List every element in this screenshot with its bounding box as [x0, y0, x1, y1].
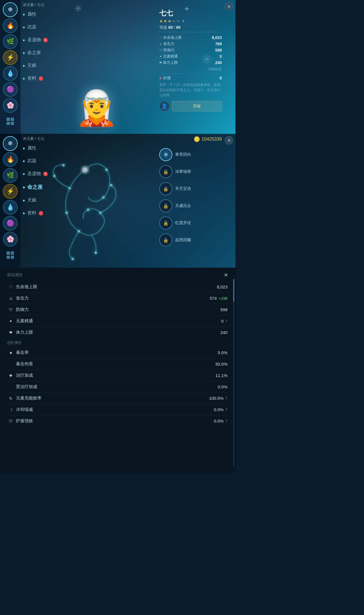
heart-icon: ♥ [159, 76, 162, 80]
avatar-2-p2[interactable]: 🔥 [3, 152, 18, 167]
breadcrumb-p2: 冰元素 / 七七 [23, 136, 44, 141]
svg-point-10 [110, 184, 112, 186]
constellation-art [23, 145, 147, 262]
level-current: 60 [167, 25, 173, 30]
grid-cell [11, 122, 14, 125]
avatar-icon-5: 💧 [7, 70, 14, 77]
atk-label-p3: 攻击力 [16, 296, 29, 301]
all-characters-button[interactable] [5, 116, 15, 126]
hp-base-p3: 8,023 [217, 284, 228, 289]
close-button-panel2[interactable]: ✕ [225, 136, 233, 145]
svg-point-4 [87, 208, 89, 211]
svg-point-7 [105, 169, 108, 171]
scrollbar-thumb[interactable] [233, 279, 234, 302]
all-characters-button-p2[interactable] [5, 250, 15, 260]
char-description: 苔庐「不卜庐」的采药姑娘兼学徒。面色苍白如纸的不死之人。话很少，也没有什么表情。 [159, 82, 222, 98]
energy-label: 元素充能效率 [16, 395, 42, 401]
detail-link[interactable]: 详细信息 [159, 67, 222, 72]
cd-help-icon[interactable]: ? [225, 407, 228, 412]
svg-point-1 [69, 187, 71, 190]
skill-circle-3[interactable]: 🔒 [159, 182, 172, 195]
def-base-p3: 598 [220, 307, 228, 312]
left-nav: 属性 武器 圣遗物 5 命之座 天赋 资料 ! [23, 11, 48, 81]
avatar-7[interactable]: 🌸 [3, 98, 18, 113]
shield-base: 0.0% [214, 419, 224, 423]
skill-circle-4[interactable]: 🔒 [159, 199, 172, 212]
nav-profile[interactable]: 资料 ! [23, 75, 48, 81]
skill-item-2[interactable]: 🔒 冰寒蚀骨 [159, 165, 222, 178]
shield-help-icon[interactable]: ? [225, 419, 228, 423]
avatar-5-p2[interactable]: 💧 [3, 200, 18, 215]
def-icon-p3: 🛡 [8, 308, 14, 312]
stat-def: 🛡 防御力 598 [159, 48, 222, 53]
wish-icon[interactable]: ✦ [182, 19, 185, 23]
healing-label: 治疗加成 [16, 373, 33, 378]
grid-cell [7, 122, 10, 125]
svg-point-6 [102, 196, 105, 199]
grid-cell [11, 251, 14, 255]
nav-weapon[interactable]: 武器 [23, 24, 48, 30]
skill-circle-1[interactable]: ❄ [159, 148, 172, 161]
star-2: ★ [164, 19, 167, 23]
skill-circle-2[interactable]: 🔒 [159, 165, 172, 178]
crit-rate-base: 5.0% [218, 350, 228, 355]
healing-icon: ✚ [8, 373, 14, 378]
skill-name-1: 寒苦回向 [175, 152, 191, 157]
stat-row-healing: ✚ 治疗加成 11.1% [6, 370, 230, 381]
grid-cell [7, 256, 10, 259]
skill-circle-6[interactable]: 🔒 [159, 233, 172, 247]
stat-row-def: 🛡 防御力 598 [6, 304, 230, 315]
skill-item-5[interactable]: 🔒 红莲开绽 [159, 216, 222, 229]
star-4: ★ [172, 19, 176, 23]
nav-label-artifact: 圣遗物 [27, 37, 41, 43]
avatar-4-p2[interactable]: ⚡ [3, 184, 18, 199]
skill-item-6[interactable]: 🔒 起死回骸 [159, 233, 222, 247]
grid-cell [11, 256, 14, 259]
svg-point-12 [94, 251, 97, 254]
skill-item-3[interactable]: 🔒 升天宝诰 [159, 182, 222, 195]
avatar-4[interactable]: ⚡ [3, 50, 18, 65]
stamina-icon-p3: ❤ [8, 330, 14, 335]
nav-artifact[interactable]: 圣遗物 5 [23, 37, 48, 43]
avatar-3-p2[interactable]: 🌿 [3, 168, 18, 183]
close-button-panel3[interactable]: ✕ [222, 271, 230, 279]
stat-em: ✦ 元素精通 0 [159, 54, 222, 59]
avatar-5[interactable]: 💧 [3, 66, 18, 81]
close-button-panel1[interactable]: ✕ [225, 2, 233, 11]
crit-dmg-label: 暴击伤害 [16, 361, 33, 367]
lock-icon-4: 🔒 [160, 200, 172, 212]
avatar-3[interactable]: 🌿 [3, 34, 18, 49]
stat-row-shield: 🛡 护盾强效 0.0% ? [6, 415, 230, 427]
energy-help-icon[interactable]: ? [225, 396, 228, 401]
avatar-6[interactable]: 🟣 [3, 82, 18, 97]
avatar-6-p2[interactable]: 🟣 [3, 216, 18, 231]
breadcrumb-text: 冰元素 / 七七 [23, 2, 44, 7]
skill-circle-5[interactable]: 🔒 [159, 216, 172, 229]
svg-point-5 [99, 212, 102, 214]
breakthrough-button[interactable]: 突破 [172, 101, 222, 111]
avatar-icon-3: 🌿 [7, 38, 14, 45]
coin-value: 10425339 [202, 137, 222, 142]
atk-label: 攻击力 [163, 41, 174, 46]
svg-point-9 [53, 175, 56, 177]
avatar-2[interactable]: 🔥 [3, 18, 18, 33]
stat-atk: ⚔ 攻击力 769 [159, 41, 222, 46]
em-help-icon[interactable]: ? [225, 319, 228, 323]
skill-name-5: 红莲开绽 [175, 220, 191, 226]
def-icon: 🛡 [159, 48, 162, 52]
artifact-badge: 5 [43, 38, 48, 42]
advanced-section-label: 进阶属性 [6, 340, 230, 345]
shield-label: 护盾强效 [16, 418, 33, 424]
nav-constellation[interactable]: 命之座 [23, 50, 48, 56]
skill-icon-1: ❄ [164, 151, 168, 158]
character-panel: ✳ ✦ ✳ ❄ 🔥 🌿 ⚡ 💧 🟣 🌸 [0, 0, 235, 134]
nav-attributes[interactable]: 属性 [23, 11, 48, 17]
star-1: ★ [159, 19, 163, 23]
skill-item-1[interactable]: ❄ 寒苦回向 [159, 148, 222, 161]
nav-talent[interactable]: 天赋 [23, 63, 48, 69]
skill-item-4[interactable]: 🔒 天威压众 [159, 199, 222, 212]
avatar-7-p2[interactable]: 🌸 [3, 232, 18, 247]
avatar-qiqi-p2[interactable]: ❄ [3, 136, 18, 151]
avatar-icon-2: 🔥 [7, 22, 14, 29]
avatar-qiqi[interactable]: ❄ [3, 2, 18, 17]
